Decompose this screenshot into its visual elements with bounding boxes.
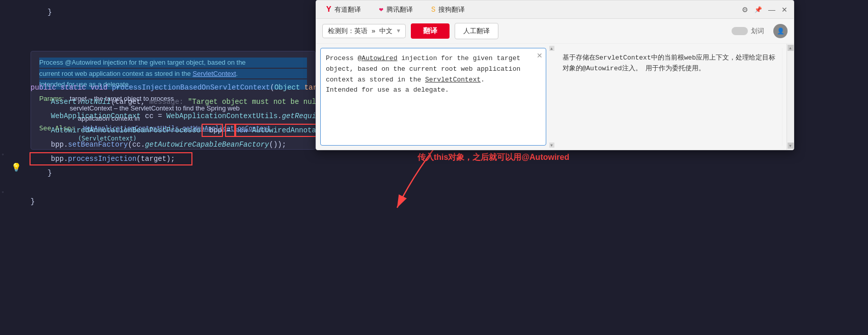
bulb-icon[interactable]: 💡 — [11, 161, 21, 175]
source-text: Process @Autowired injection for the giv… — [326, 54, 520, 94]
right-scrollbar[interactable]: ▲ ▼ — [787, 44, 794, 150]
youdao-icon: Y — [326, 5, 331, 14]
tencent-icon: ❤ — [379, 5, 383, 14]
method-closing-brace: } — [31, 166, 868, 180]
youdao-label: 有道翻译 — [334, 5, 361, 14]
language-select[interactable]: 检测到：英语 » 中文 ▼ — [322, 24, 406, 38]
source-text-area[interactable]: ✕ Process @Autowired injection for the g… — [320, 48, 546, 146]
human-translate-button[interactable]: 人工翻译 — [455, 23, 498, 39]
javadoc-line1: Process @Autowired injection for the giv… — [39, 58, 307, 68]
tab-sogou[interactable]: S 搜狗翻译 — [427, 3, 469, 16]
tab-youdao[interactable]: Y 有道翻译 — [322, 3, 365, 16]
servlet-context-link[interactable]: ServletContext — [425, 76, 481, 83]
tab-tencent[interactable]: ❤ 腾讯翻译 — [375, 3, 417, 16]
right-scroll-down[interactable]: ▼ — [788, 143, 794, 149]
breakpoint-area-2: ◦ — [1, 185, 8, 192]
javadoc-servletcontext-link[interactable]: ServletContext — [192, 70, 236, 77]
user-avatar[interactable]: 👤 — [773, 24, 788, 38]
scroll-up-btn[interactable]: ▲ — [549, 46, 554, 51]
source-close-button[interactable]: ✕ — [537, 51, 543, 60]
annotation-label: 传入this对象，之后就可以用@Autowired — [417, 150, 569, 164]
translate-button[interactable]: 翻译 — [411, 23, 450, 39]
sogou-icon: S — [431, 6, 435, 14]
lang-text: 检测到：英语 » 中文 — [328, 26, 393, 36]
sogou-label: 搜狗翻译 — [438, 5, 465, 14]
sidebar-left: ◦ ◦ — [0, 0, 9, 335]
settings-button[interactable]: ⚙ — [742, 6, 748, 14]
target-text: 基于存储在ServletContext中的当前根web应用上下文，处理给定目标对… — [563, 54, 776, 72]
chevron-down-icon: ▼ — [397, 28, 400, 34]
tencent-label: 腾讯翻译 — [386, 5, 413, 14]
toggle-label: 划词 — [732, 26, 764, 36]
close-button[interactable]: ✕ — [781, 6, 788, 14]
class-closing-brace: } — [31, 194, 868, 209]
middle-scrollbar: ▲ ▼ — [548, 44, 555, 150]
translation-popup: Y 有道翻译 ❤ 腾讯翻译 S 搜狗翻译 ⚙ 📌 — ✕ 检测到：英语 » 中文… — [316, 0, 794, 150]
breakpoint-area: ◦ — [1, 148, 8, 155]
translation-header: Y 有道翻译 ❤ 腾讯翻译 S 搜狗翻译 ⚙ 📌 — ✕ — [316, 1, 794, 19]
toggle-switch[interactable] — [732, 27, 748, 35]
toggle-text: 划词 — [751, 26, 764, 36]
minimize-button[interactable]: — — [768, 6, 775, 14]
blank-line — [31, 180, 868, 194]
scroll-down-btn[interactable]: ▼ — [549, 143, 554, 148]
javadoc-line2: current root web application context as … — [39, 69, 307, 79]
target-text-area: 基于存储在ServletContext中的当前根web应用上下文，处理给定目标对… — [557, 48, 783, 146]
header-right-controls: ⚙ 📌 — ✕ — [742, 6, 788, 14]
translation-toolbar: 检测到：英语 » 中文 ▼ 翻译 人工翻译 划词 👤 — [316, 19, 794, 44]
translation-content: ✕ Process @Autowired injection for the g… — [316, 44, 794, 150]
right-scroll-up[interactable]: ▲ — [788, 45, 794, 51]
autowired-link[interactable]: Autowired — [361, 54, 397, 62]
pin-button[interactable]: 📌 — [754, 6, 762, 13]
